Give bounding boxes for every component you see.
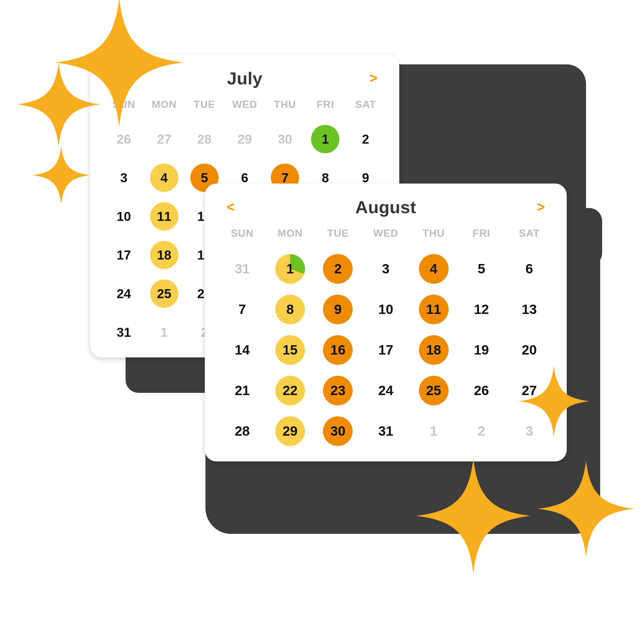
calendar-day[interactable]: 31: [227, 254, 257, 284]
calendar-day[interactable]: 23: [323, 376, 353, 405]
prev-month-button[interactable]: <: [222, 199, 239, 215]
next-month-button[interactable]: >: [365, 70, 382, 86]
sparkle-icon: [538, 460, 634, 557]
calendar-day[interactable]: 21: [227, 376, 257, 405]
calendar-day[interactable]: 12: [467, 295, 496, 324]
calendar-day[interactable]: 19: [467, 335, 496, 365]
next-month-button[interactable]: >: [532, 199, 549, 215]
calendar-day[interactable]: 27: [150, 125, 178, 153]
calendar-day[interactable]: 5: [467, 254, 496, 284]
calendar-day[interactable]: 28: [227, 416, 257, 446]
calendar-day[interactable]: 26: [110, 125, 138, 153]
day-of-week: SAT: [346, 99, 386, 116]
calendar-promo-stage: < July > SUN MON TUE WED THU FRI SAT 26 …: [0, 0, 644, 644]
calendar-day[interactable]: 8: [275, 295, 305, 324]
calendar-day[interactable]: 22: [275, 376, 305, 405]
calendar-day[interactable]: 2: [323, 254, 353, 284]
sparkle-icon: [17, 62, 100, 146]
calendar-day[interactable]: 30: [271, 125, 299, 153]
calendar-day[interactable]: 1: [275, 254, 305, 284]
day-of-week: WED: [362, 227, 410, 245]
calendar-day[interactable]: 15: [275, 335, 305, 365]
calendar-day[interactable]: 3: [110, 164, 138, 192]
calendar-day[interactable]: 1: [150, 318, 178, 346]
calendar-day[interactable]: 31: [371, 416, 401, 446]
day-of-week: SAT: [505, 227, 553, 245]
sparkle-icon: [518, 366, 589, 437]
calendar-day[interactable]: 17: [110, 241, 138, 269]
calendar-day[interactable]: 11: [419, 295, 449, 324]
calendar-day[interactable]: 29: [231, 125, 259, 153]
calendar-day[interactable]: 10: [371, 295, 401, 324]
calendar-day[interactable]: 4: [419, 254, 449, 284]
calendar-day[interactable]: 26: [467, 376, 496, 405]
calendar-day[interactable]: 4: [150, 164, 178, 192]
calendar-day[interactable]: 29: [275, 416, 305, 446]
calendar-day[interactable]: 30: [323, 416, 353, 446]
calendar-day[interactable]: 10: [110, 202, 138, 231]
sparkle-icon: [32, 146, 90, 204]
calendar-day[interactable]: 6: [515, 254, 544, 284]
day-of-week: THU: [410, 227, 458, 245]
calendar-day[interactable]: 3: [371, 254, 401, 284]
day-of-week: TUE: [184, 99, 224, 116]
calendar-day[interactable]: 24: [371, 376, 401, 405]
calendar-day[interactable]: 9: [323, 295, 353, 324]
calendar-day[interactable]: 2: [467, 416, 496, 446]
calendar-day[interactable]: 14: [227, 335, 257, 365]
calendar-day[interactable]: 25: [419, 376, 449, 405]
day-of-week: FRI: [305, 99, 346, 116]
calendar-day[interactable]: 18: [419, 335, 449, 365]
day-of-week: WED: [224, 99, 265, 116]
calendar-day[interactable]: 25: [150, 279, 178, 308]
day-of-week: MON: [266, 227, 314, 245]
calendar-day[interactable]: 18: [150, 241, 178, 269]
calendar-day[interactable]: 1: [419, 416, 449, 446]
month-title: August: [355, 197, 416, 217]
calendar-day[interactable]: 2: [351, 125, 380, 153]
day-of-week: THU: [265, 99, 305, 116]
calendar-day[interactable]: 16: [323, 335, 353, 365]
month-title: July: [227, 68, 262, 88]
calendar-grid-august: SUN MON TUE WED THU FRI SAT 31 1 2 3 4 5…: [218, 227, 553, 448]
sparkle-icon: [416, 459, 531, 573]
calendar-header: < August >: [218, 197, 553, 218]
calendar-day[interactable]: 11: [150, 202, 178, 231]
calendar-august-card: < August > SUN MON TUE WED THU FRI SAT 3…: [205, 184, 567, 461]
calendar-day[interactable]: 13: [515, 295, 544, 324]
calendar-day[interactable]: 7: [227, 295, 257, 324]
day-of-week: TUE: [314, 227, 362, 245]
day-of-week: SUN: [218, 227, 266, 245]
calendar-day[interactable]: 28: [190, 125, 219, 153]
calendar-day[interactable]: 20: [515, 335, 544, 365]
calendar-day[interactable]: 17: [371, 335, 401, 365]
calendar-day[interactable]: 24: [110, 279, 138, 308]
day-of-week: FRI: [458, 227, 506, 245]
calendar-day[interactable]: 31: [110, 318, 138, 346]
calendar-day[interactable]: 1: [311, 125, 339, 153]
